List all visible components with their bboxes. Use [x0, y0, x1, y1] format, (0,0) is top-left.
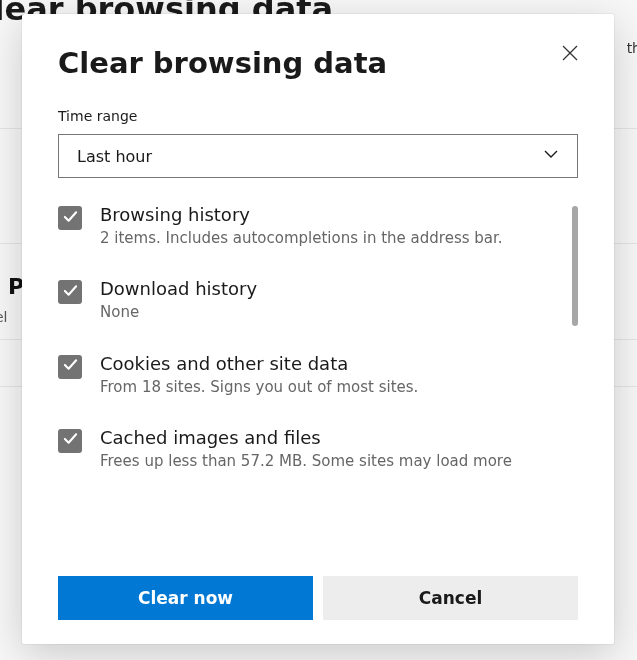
check-icon	[63, 209, 78, 228]
bg-text-right: th	[627, 28, 637, 56]
check-icon	[63, 431, 78, 450]
check-icon	[63, 357, 78, 376]
options-list: Browsing history 2 items. Includes autoc…	[58, 204, 578, 570]
dialog-title: Clear browsing data	[58, 46, 578, 80]
option-cookies: Cookies and other site data From 18 site…	[58, 353, 578, 397]
option-label: Download history	[100, 278, 550, 299]
dialog-buttons: Clear now Cancel	[58, 576, 578, 620]
option-label: Cookies and other site data	[100, 353, 550, 374]
option-download-history: Download history None	[58, 278, 578, 322]
option-description: None	[100, 302, 550, 322]
close-icon	[562, 45, 578, 64]
clear-now-button[interactable]: Clear now	[58, 576, 313, 620]
close-button[interactable]	[554, 38, 586, 70]
clear-browsing-data-dialog: Clear browsing data Time range Last hour…	[22, 14, 614, 644]
option-label: Browsing history	[100, 204, 550, 225]
option-description: From 18 sites. Signs you out of most sit…	[100, 377, 550, 397]
option-cached: Cached images and files Frees up less th…	[58, 427, 578, 471]
checkbox-download-history[interactable]	[58, 280, 82, 304]
check-icon	[63, 283, 78, 302]
checkbox-browsing-history[interactable]	[58, 206, 82, 230]
checkbox-cookies[interactable]	[58, 355, 82, 379]
time-range-label: Time range	[58, 108, 578, 124]
checkbox-cached[interactable]	[58, 429, 82, 453]
time-range-value: Last hour	[77, 147, 152, 166]
option-label: Cached images and files	[100, 427, 550, 448]
option-browsing-history: Browsing history 2 items. Includes autoc…	[58, 204, 578, 248]
option-description: Frees up less than 57.2 MB. Some sites m…	[100, 451, 550, 471]
option-description: 2 items. Includes autocompletions in the…	[100, 228, 550, 248]
scrollbar-thumb[interactable]	[572, 206, 578, 326]
time-range-select[interactable]: Last hour	[58, 134, 578, 178]
cancel-button[interactable]: Cancel	[323, 576, 578, 620]
chevron-down-icon	[543, 146, 559, 166]
